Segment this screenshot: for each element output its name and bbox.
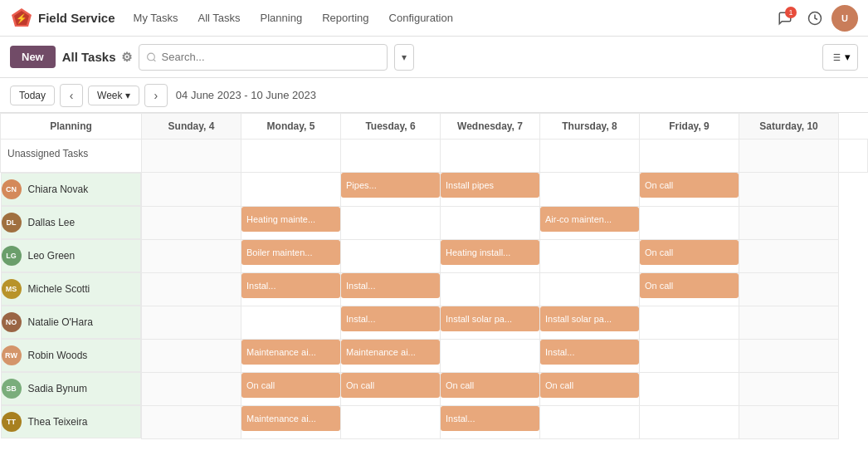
today-button[interactable]: Today [10,86,55,105]
day-cell-r2-c1[interactable]: Heating mainte... [241,206,341,239]
day-cell-r6-c0 [142,339,241,372]
task-chip[interactable]: On call [441,373,539,398]
person-cell-6[interactable]: RWRobin Woods [1,339,142,372]
settings-icon[interactable]: ⚙ [121,50,132,65]
day-cell-r6-c1[interactable]: Maintenance ai... [241,339,341,372]
day-cell-r6-c2[interactable]: Maintenance ai... [341,339,441,372]
col-day-1: Sunday, 4 [142,114,241,140]
task-chip[interactable]: On call [241,373,340,398]
task-chip[interactable]: Heating mainte... [241,207,340,232]
day-cell-r5-c4[interactable]: Install solar pa... [540,306,640,339]
table-row: CNChiara NovakPipes...Install pipesOn ca… [1,173,868,207]
task-chip[interactable]: Instal... [540,340,639,365]
task-chip[interactable]: On call [341,373,440,398]
app-logo[interactable]: ⚡ Field Service [10,7,115,30]
person-name: Dallas Lee [28,217,76,228]
day-cell-r0-c6 [739,140,839,173]
person-cell-7[interactable]: SBSadia Bynum [1,372,142,405]
task-chip[interactable]: Boiler mainten... [241,240,340,265]
person-cell-2[interactable]: DLDallas Lee [1,206,142,239]
search-icon [146,51,157,63]
nav-planning[interactable]: Planning [252,8,311,27]
clock-button[interactable] [802,5,828,32]
list-view-icon [830,51,841,63]
day-cell-r7-c4[interactable]: On call [540,372,640,405]
day-cell-r6-c3 [441,339,540,372]
day-cell-r8-c5 [640,405,739,438]
svg-point-4 [147,53,154,61]
person-cell-5[interactable]: NONatalie O'Hara [1,306,142,339]
task-chip[interactable]: On call [540,373,639,398]
search-dropdown-button[interactable]: ▾ [394,44,414,71]
next-week-button[interactable]: › [144,84,168,107]
day-cell-r1-c4 [540,173,640,207]
day-cell-r8-c1[interactable]: Maintenance ai... [241,405,341,438]
date-range-label: 04 June 2023 - 10 June 2023 [176,89,316,101]
day-cell-r1-c5[interactable]: On call [640,173,739,207]
nav-configuration[interactable]: Configuration [381,8,461,27]
task-chip[interactable]: On call [640,273,739,298]
day-cell-r8-c6 [739,405,839,438]
day-cell-r4-c2[interactable]: Instal... [341,272,441,306]
day-cell-r6-c4[interactable]: Instal... [540,339,640,372]
day-cell-r8-c3[interactable]: Instal... [441,405,540,438]
day-cell-r2-c4[interactable]: Air-co mainten... [540,206,640,239]
task-chip[interactable]: Instal... [441,406,539,431]
day-cell-r3-c5[interactable]: On call [640,239,739,272]
table-row: Unassigned Tasks [1,140,868,173]
person-cell-3[interactable]: LGLeo Green [1,239,142,272]
task-chip[interactable]: Maintenance ai... [341,340,440,365]
person-cell-1[interactable]: CNChiara Novak [1,173,142,206]
task-chip[interactable]: Air-co mainten... [540,207,639,232]
day-cell-r2-c5 [640,206,739,239]
task-chip[interactable]: Instal... [341,273,440,298]
day-cell-r1-c3[interactable]: Install pipes [441,173,540,207]
task-chip[interactable]: On call [640,173,739,198]
nav-all-tasks[interactable]: All Tasks [190,8,249,27]
task-chip[interactable]: Pipes... [341,173,440,198]
task-chip[interactable]: Install pipes [441,173,539,198]
day-cell-r8-c2 [341,405,441,438]
search-input[interactable] [162,51,380,63]
table-row: RWRobin WoodsMaintenance ai...Maintenanc… [1,339,868,372]
top-nav: ⚡ Field Service My Tasks All Tasks Plann… [0,0,868,37]
messages-button[interactable]: 1 [772,5,798,32]
day-cell-r1-c6 [739,173,839,207]
new-button[interactable]: New [10,46,56,68]
prev-week-button[interactable]: ‹ [60,84,83,107]
person-cell-4[interactable]: MSMichele Scotti [1,272,142,306]
day-cell-r4-c1[interactable]: Instal... [241,272,341,306]
task-chip[interactable]: Install solar pa... [540,306,639,331]
day-cell-r7-c3[interactable]: On call [441,372,540,405]
task-chip[interactable]: Maintenance ai... [241,406,340,431]
task-chip[interactable]: Maintenance ai... [241,340,340,365]
day-cell-r4-c5[interactable]: On call [640,272,739,306]
person-cell-8[interactable]: TTThea Teixeira [1,405,142,438]
day-cell-r3-c1[interactable]: Boiler mainten... [241,239,341,272]
nav-reporting[interactable]: Reporting [314,8,377,27]
day-cell-r7-c0 [142,372,241,405]
nav-my-tasks[interactable]: My Tasks [125,8,187,27]
week-selector[interactable]: Week ▾ [88,86,139,105]
day-cell-r8-c0 [142,405,241,438]
person-avatar: CN [2,179,22,199]
day-cell-r5-c2[interactable]: Instal... [341,306,441,339]
day-cell-r3-c3[interactable]: Heating install... [441,239,540,272]
day-cell-r7-c2[interactable]: On call [341,372,441,405]
day-cell-r7-c5 [640,372,739,405]
task-chip[interactable]: Instal... [341,306,440,331]
col-day-2: Monday, 5 [241,114,341,140]
task-chip[interactable]: On call [640,240,739,265]
task-chip[interactable]: Install solar pa... [441,306,539,331]
task-chip[interactable]: Instal... [241,273,340,298]
view-toggle-button[interactable]: ▾ [822,44,858,71]
user-avatar[interactable]: U [831,5,858,32]
day-cell-r6-c5 [640,339,739,372]
task-chip[interactable]: Heating install... [441,240,539,265]
day-cell-r7-c1[interactable]: On call [241,372,341,405]
day-cell-r3-c6 [739,239,839,272]
day-cell-r5-c3[interactable]: Install solar pa... [441,306,540,339]
day-cell-r5-c0 [142,306,241,339]
day-cell-r1-c2[interactable]: Pipes... [341,173,441,207]
col-day-3: Tuesday, 6 [341,114,441,140]
